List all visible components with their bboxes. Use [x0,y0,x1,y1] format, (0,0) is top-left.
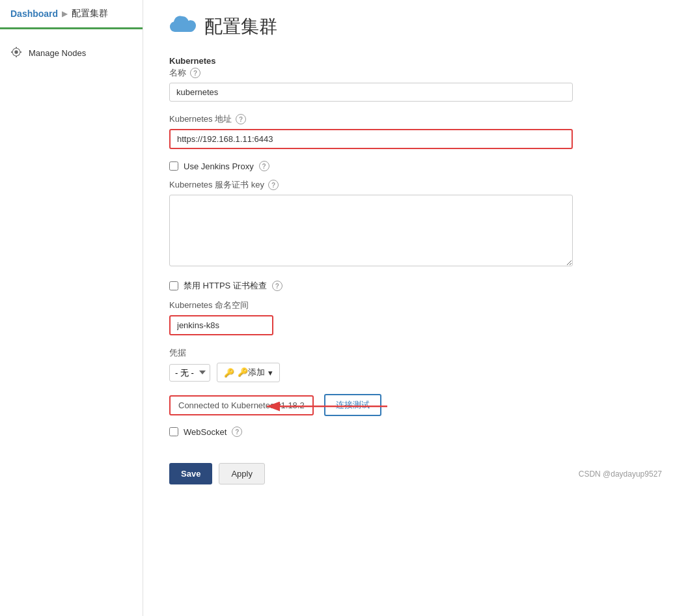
disable-https-label: 禁用 HTTPS 证书检查 [184,280,267,292]
breadcrumb: Dashboard ▶ 配置集群 [0,0,143,29]
manage-nodes-label: Manage Nodes [29,48,86,58]
namespace-input[interactable] [169,315,273,335]
cert-key-textarea[interactable] [169,195,573,266]
connection-status-text: Connected to Kubernetes v1.18.2 [178,400,305,410]
name-label: 名称 [169,67,186,79]
add-credentials-label: 🔑添加 [238,367,265,378]
breadcrumb-current: 配置集群 [72,8,108,20]
websocket-help-icon[interactable]: ? [232,427,242,437]
name-input[interactable] [169,83,573,102]
action-bar: Save Apply CSDN @daydayup9527 [169,453,662,484]
connection-test-row: Connected to Kubernetes v1.18.2 连接测试 [169,394,662,416]
breadcrumb-arrow: ▶ [62,9,68,18]
k8s-address-section: Kubernetes 地址 ? [169,113,662,149]
disable-https-help-icon[interactable]: ? [272,281,282,291]
connection-status-box: Connected to Kubernetes v1.18.2 [169,395,314,415]
action-buttons: Save Apply [169,463,265,484]
apply-button[interactable]: Apply [219,463,265,484]
kubernetes-section-header: Kubernetes [169,56,662,66]
page-title: 配置集群 [204,14,277,39]
credentials-row: - 无 - 🔑 🔑添加 ▾ [169,363,662,382]
disable-https-checkbox[interactable] [169,281,178,290]
cert-key-section: Kubernetes 服务证书 key ? [169,179,662,268]
cert-key-label-row: Kubernetes 服务证书 key ? [169,179,662,191]
name-label-row: 名称 ? [169,67,662,79]
credentials-label: 凭据 [169,347,186,359]
jenkins-proxy-checkbox[interactable] [169,161,178,171]
watermark: CSDN @daydayup9527 [579,469,662,479]
k8s-address-input[interactable] [169,129,573,149]
k8s-address-label: Kubernetes 地址 [169,113,232,125]
gear-icon [10,46,22,60]
save-button[interactable]: Save [169,463,212,484]
k8s-address-label-row: Kubernetes 地址 ? [169,113,662,125]
namespace-label-row: Kubernetes 命名空间 [169,300,662,311]
k8s-address-help-icon[interactable]: ? [236,114,246,124]
jenkins-proxy-row: Use Jenkins Proxy ? [169,161,662,171]
page-header: 配置集群 [169,13,662,40]
key-icon: 🔑 [224,368,234,378]
disable-https-row: 禁用 HTTPS 证书检查 ? [169,280,662,292]
sidebar-nav: Manage Nodes [0,29,143,77]
websocket-label: WebSocket [184,427,227,437]
websocket-row: WebSocket ? [169,427,662,437]
sidebar-item-manage-nodes[interactable]: Manage Nodes [0,40,143,66]
cert-key-label: Kubernetes 服务证书 key [169,179,264,191]
credentials-select[interactable]: - 无 - [169,364,210,382]
breadcrumb-dashboard[interactable]: Dashboard [10,8,58,19]
namespace-label: Kubernetes 命名空间 [169,300,249,311]
websocket-checkbox[interactable] [169,427,178,436]
jenkins-proxy-help-icon[interactable]: ? [259,161,269,171]
cloud-icon [169,13,197,40]
add-credentials-arrow: ▾ [268,368,273,378]
test-connection-button[interactable]: 连接测试 [324,394,381,416]
connection-test-container: Connected to Kubernetes v1.18.2 连接测试 [169,394,662,416]
name-help-icon[interactable]: ? [190,68,200,78]
jenkins-proxy-label: Use Jenkins Proxy [184,161,254,171]
credentials-label-row: 凭据 [169,347,662,359]
credentials-section: 凭据 - 无 - 🔑 🔑添加 ▾ [169,347,662,382]
main-content: 配置集群 Kubernetes 名称 ? Kubernetes 地址 ? Use… [143,0,688,616]
namespace-section: Kubernetes 命名空间 [169,300,662,335]
cert-key-help-icon[interactable]: ? [268,180,279,190]
sidebar: Dashboard ▶ 配置集群 Manage Nodes [0,0,143,616]
kubernetes-section: Kubernetes 名称 ? [169,56,662,102]
add-credentials-button[interactable]: 🔑 🔑添加 ▾ [217,363,280,382]
